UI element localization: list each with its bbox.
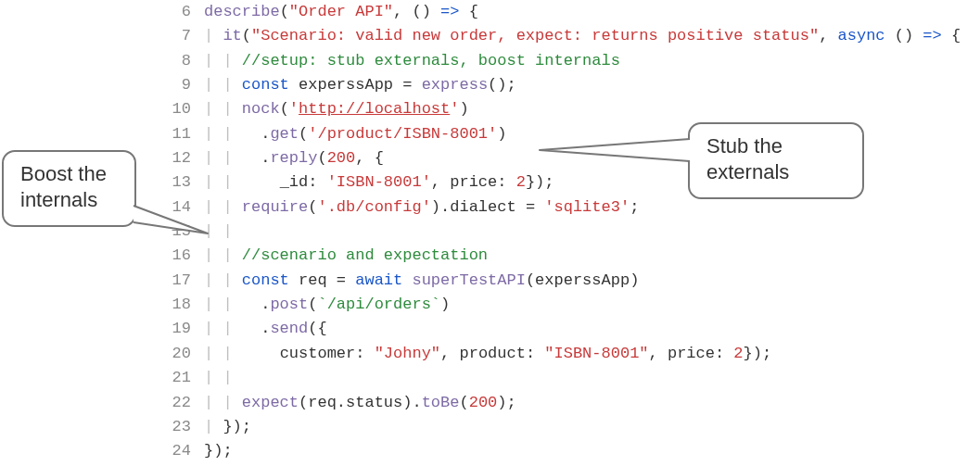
line-content: describe("Order API", () => { bbox=[204, 0, 478, 24]
line-content: | | .send({ bbox=[204, 317, 327, 341]
line-number: 7 bbox=[159, 24, 204, 48]
code-line: 17| | const req = await superTestAPI(exp… bbox=[159, 269, 966, 293]
line-number: 15 bbox=[159, 220, 204, 244]
line-content: | | _id: 'ISBN-8001', price: 2}); bbox=[204, 170, 554, 195]
code-line: 20| | customer: "Johny", product: "ISBN-… bbox=[159, 342, 966, 366]
line-content: | | bbox=[204, 366, 242, 390]
line-number: 20 bbox=[159, 342, 204, 366]
code-block: 6describe("Order API", () => {7| it("Sce… bbox=[159, 0, 966, 464]
line-content: | | //scenario and expectation bbox=[204, 244, 488, 268]
line-content: | | .post(`/api/orders`) bbox=[204, 293, 450, 317]
line-content: | | const experssApp = express(); bbox=[204, 73, 516, 97]
line-number: 17 bbox=[159, 269, 204, 293]
line-number: 14 bbox=[159, 195, 204, 220]
line-number: 11 bbox=[159, 122, 204, 146]
line-content: | | bbox=[204, 220, 242, 244]
code-line: 6describe("Order API", () => { bbox=[159, 0, 966, 24]
line-content: | | //setup: stub externals, boost inter… bbox=[204, 49, 620, 73]
line-content: | | customer: "Johny", product: "ISBN-80… bbox=[204, 342, 771, 366]
line-content: | | require('.db/config').dialect = 'sql… bbox=[204, 195, 639, 220]
line-content: | | expect(req.status).toBe(200); bbox=[204, 391, 516, 415]
code-line: 22| | expect(req.status).toBe(200); bbox=[159, 391, 966, 415]
line-number: 9 bbox=[159, 73, 204, 97]
line-number: 21 bbox=[159, 366, 204, 390]
code-line: 10| | nock('http://localhost') bbox=[159, 97, 966, 121]
line-content: | | .reply(200, { bbox=[204, 146, 384, 170]
code-line: 19| | .send({ bbox=[159, 317, 966, 341]
callout-text-line: Boost the bbox=[20, 161, 118, 187]
code-line: 15| | bbox=[159, 220, 966, 244]
callout-text-line: internals bbox=[20, 187, 118, 213]
code-line: 23| }); bbox=[159, 415, 966, 439]
line-number: 18 bbox=[159, 293, 204, 317]
line-number: 16 bbox=[159, 244, 204, 268]
line-content: | it("Scenario: valid new order, expect:… bbox=[204, 24, 961, 48]
line-number: 10 bbox=[159, 97, 204, 121]
code-line: 21| | bbox=[159, 366, 966, 390]
line-number: 23 bbox=[159, 415, 204, 439]
code-line: 7| it("Scenario: valid new order, expect… bbox=[159, 24, 966, 48]
code-line: 16| | //scenario and expectation bbox=[159, 244, 966, 268]
callout-text-line: externals bbox=[706, 159, 846, 185]
line-number: 12 bbox=[159, 146, 204, 170]
line-number: 8 bbox=[159, 49, 204, 73]
callout-text-line: Stub the bbox=[706, 133, 846, 159]
line-content: | | const req = await superTestAPI(exper… bbox=[204, 269, 639, 293]
line-number: 13 bbox=[159, 170, 204, 195]
line-number: 24 bbox=[159, 439, 204, 463]
callout-boost-internals: Boost the internals bbox=[2, 150, 136, 227]
line-content: | | nock('http://localhost') bbox=[204, 97, 469, 121]
line-number: 19 bbox=[159, 317, 204, 341]
code-line: 24}); bbox=[159, 439, 966, 463]
screenshot-stage: 6describe("Order API", () => {7| it("Sce… bbox=[0, 0, 980, 466]
callout-stub-externals: Stub the externals bbox=[688, 122, 864, 199]
code-line: 9| | const experssApp = express(); bbox=[159, 73, 966, 97]
line-content: }); bbox=[204, 439, 233, 463]
line-content: | }); bbox=[204, 415, 251, 439]
line-content: | | .get('/product/ISBN-8001') bbox=[204, 122, 506, 146]
line-number: 22 bbox=[159, 391, 204, 415]
code-line: 18| | .post(`/api/orders`) bbox=[159, 293, 966, 317]
code-line: 8| | //setup: stub externals, boost inte… bbox=[159, 49, 966, 73]
line-number: 6 bbox=[159, 0, 204, 24]
